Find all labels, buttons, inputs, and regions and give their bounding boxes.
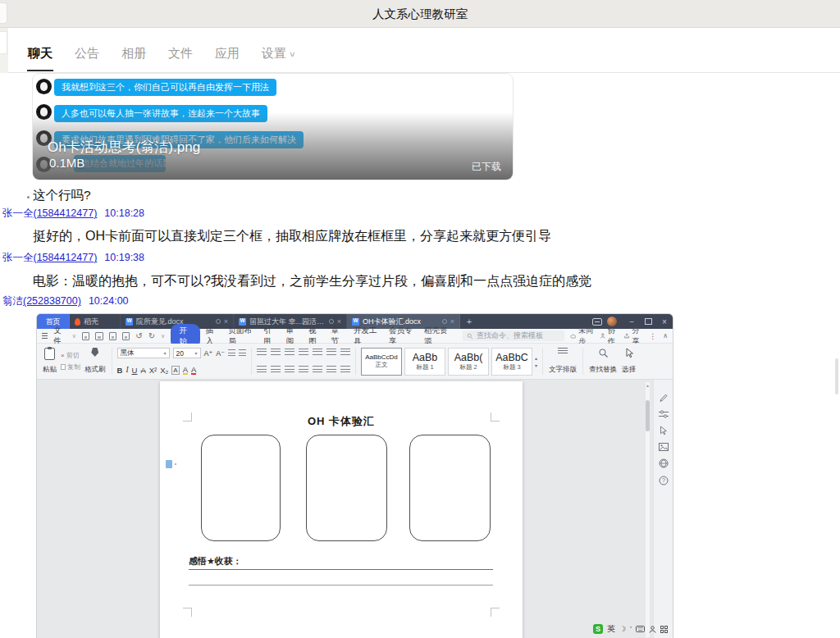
show-marks-icon [326,349,336,357]
message-time: 10:18:28 [104,207,144,219]
numbered-list-icon [271,349,281,357]
reading-mode-icon [592,318,602,326]
message-bullet [27,196,30,198]
avatar [36,79,52,94]
tab-files[interactable]: 文件 [168,46,193,72]
image-message-thumbnail[interactable]: 我就想到这三个，你们自己可以再自由发挥一下用法 人多也可以每人抽一张讲故事，连起… [33,74,513,180]
chat-scrollbar-thumb[interactable] [835,358,838,394]
style-heading2: AaBb( 标题 2 [448,348,489,376]
punctuation-mode-icon: ’ [630,625,632,633]
pin-icon [329,319,334,324]
tab-announcements[interactable]: 公告 [75,46,99,72]
cut-button: 剪切 [61,351,80,360]
download-status: 已下载 [472,160,501,174]
tab-settings[interactable]: 设置 ∨ [262,46,295,72]
keyboard-icon [636,626,645,632]
bold-button: B [117,366,123,375]
ime-language-mode: 英 [607,623,615,635]
oh-card-frame [306,435,387,541]
copy-button: 复制 [61,362,80,371]
writer-doc-icon [126,318,133,326]
writer-doc-icon [239,318,246,326]
sender-uid-link[interactable]: (1584412477) [34,252,98,263]
collapse-ribbon-icon: ∧ [663,332,668,340]
group-nav-tabs: 聊天 公告 相册 文件 应用 设置 ∨ [8,28,840,73]
hamburger-menu-icon [42,333,48,339]
message-text: 这个行吗? [33,187,91,204]
chat-bubble: 我就想到这三个，你们自己可以再自由发挥一下用法 [54,79,276,96]
image-filesize: 0.1MB [49,156,84,170]
group-title: 人文系心理教研室 [0,0,840,28]
hyperlink-icon [659,458,669,468]
message-text: 电影：温暖的抱抱，可不可以?我没看到过，之前学生分享过片段，偏喜剧和一点点强迫症… [33,273,591,290]
message-meta: 张一全(1584412477)10:19:38 [2,251,144,265]
help-icon: ? [659,476,669,485]
window-titlebar: 人文系心理教研室 [0,0,840,28]
sender-uid-link[interactable]: (252838700) [23,295,81,307]
highlight-color-button: A [183,366,188,375]
style-heading1: AaBb 标题 1 [404,348,445,376]
select-button: 选择 [619,346,638,376]
text-direction-icon [340,349,350,357]
sogou-logo-icon: S [593,624,603,634]
tab-album[interactable]: 相册 [121,46,146,72]
comment-anchor-icon [166,460,172,468]
wps-screenshot-image[interactable]: 首页 稻壳 院所意见.docx 留邕过大年 幸...园活动1.17稿 OH卡体验… [37,314,673,638]
underline-button: U [132,366,138,375]
sender-name: 张一全 [2,252,34,263]
search-icon [467,333,473,340]
wps-menubar: 文件 ∨ ↺ ↻ ∨ 开始 插入 页面布局 引用 审阅 视图 章节 开发工具 会… [37,329,673,344]
superscript-button: X² [149,366,158,375]
cursor-icon [624,348,634,358]
clear-format-icon [228,349,235,358]
sort-icon [313,349,322,357]
sender-uid-link[interactable]: (1584412477) [34,207,98,219]
document-title: OH 卡体验汇 [160,414,523,429]
margin-mark [183,608,192,617]
undo-icon: ↺ [135,332,142,340]
phonetic-guide-icon [239,349,246,358]
sender-name: 翁洁 [2,295,23,307]
image-tool-icon [659,443,669,451]
close-tab-icon [450,317,454,326]
style-heading3: AaBbC 标题 3 [491,348,532,376]
bullet-list-icon [257,349,267,357]
text-layout-icon [558,348,568,355]
format-painter-button: 格式刷 [82,346,108,376]
align-left-icon [257,366,267,374]
group-chat-window: 人文系心理教研室 聊天 公告 相册 文件 应用 设置 ∨ 我就想到这三个，你们自… [0,0,840,638]
writer-doc-icon [352,318,359,326]
image-filename: Oh卡活动思考(翁洁).png [48,138,200,157]
paste-button: 粘贴 [40,346,59,376]
person-icon [649,626,656,633]
pin-icon [216,319,221,324]
text-layout-button: 文字排版 [546,346,579,376]
writing-line [189,585,493,586]
message-time: 10:24:00 [89,295,129,307]
chevron-down-icon: ∨ [161,333,165,340]
cut-icon [61,352,65,359]
background-window-edge [0,31,7,54]
tab-chat[interactable]: 聊天 [28,46,52,72]
font-name-select: 黑体▾ [117,348,170,358]
chevron-down-icon: ∨ [289,50,296,58]
export-icon [95,332,103,340]
increase-indent-icon [299,349,308,357]
wps-scrollbar-thumb [646,400,650,431]
message-meta: 翁洁(252838700)10:24:00 [2,294,129,308]
justify-icon [299,366,308,374]
wps-side-toolbar: ? [653,380,673,638]
tab-apps[interactable]: 应用 [215,46,240,72]
align-center-icon [271,366,281,374]
styles-scroll-arrows: ▴▾ [535,355,537,368]
close-tab-icon [337,317,341,326]
reflection-label: 感悟★收获： [189,555,242,567]
message-text: 挺好的，OH卡前面可以直接划定三个框，抽取相应牌放在框框里，分享起来就更方便引导 [33,228,551,245]
font-size-select: 20▾ [173,348,201,358]
wps-scrollbar: ▲ [645,381,651,638]
style-normal: AaBbCcDd 正文 [361,348,402,376]
select-cursor-icon [659,426,668,435]
styles-gallery: AaBbCcDd 正文 AaBb 标题 1 AaBb( 标题 2 AaBbC 标… [359,346,539,376]
sender-name: 张一全 [2,207,34,219]
message-time: 10:19:38 [104,252,144,263]
